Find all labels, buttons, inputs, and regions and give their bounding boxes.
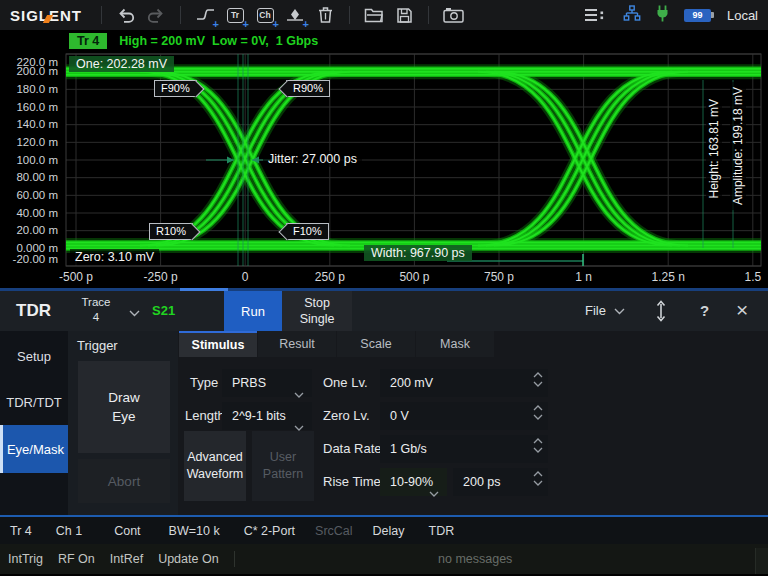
message-bar-divider	[234, 551, 235, 567]
tab-result[interactable]: Result	[258, 331, 336, 357]
decrement-icon[interactable]	[533, 414, 543, 420]
fall-90-marker: F90%	[154, 80, 197, 97]
redo-icon[interactable]	[141, 2, 171, 28]
siglent-logo: SIGLENT	[10, 7, 82, 24]
run-button[interactable]: Run	[224, 291, 282, 331]
x-tick-label: -250 p	[144, 270, 178, 284]
length-label: Length	[185, 402, 225, 430]
status-calibration: C* 2-Port	[244, 524, 295, 538]
rise-time-input[interactable]: 200 ps	[453, 468, 548, 496]
save-icon[interactable]	[389, 2, 419, 28]
x-tick-label: 250 p	[315, 270, 345, 284]
resize-panel-icon[interactable]	[655, 300, 667, 326]
add-trace-window-icon[interactable]: Tr +	[220, 2, 250, 28]
screenshot-icon[interactable]	[438, 2, 468, 28]
width-annotation: Width: 967.90 ps	[364, 245, 472, 261]
plus-badge: +	[213, 19, 219, 29]
y-tick-label: 180.0 m	[0, 83, 58, 95]
mode-label[interactable]: Local	[727, 8, 758, 23]
type-dropdown[interactable]: PRBS	[222, 369, 312, 397]
y-tick-label: 40.00 m	[0, 207, 58, 219]
stimulus-section: Stimulus Result Scale Mask Type PRBS One…	[178, 331, 768, 515]
toolbar-divider	[101, 6, 102, 24]
s-parameter-label: S21	[152, 291, 175, 331]
y-tick-label: 140.0 m	[0, 118, 58, 130]
tdr-panel: TDR Trace 4 S21 Run Stop Single File ? ×…	[0, 291, 768, 517]
help-button[interactable]: ?	[700, 291, 709, 331]
sidebar-item-tdr-tdt[interactable]: TDR/TDT	[0, 379, 68, 425]
fall-10-marker: F10%	[286, 223, 329, 240]
rise-time-range-dropdown[interactable]: 10-90%	[380, 468, 447, 496]
status-channel: Ch 1	[56, 524, 82, 538]
y-tick-label: 200.0 m	[0, 65, 58, 77]
y-tick-label: 80.00 m	[0, 171, 58, 183]
x-tick-label: 500 p	[399, 270, 429, 284]
one-level-label: One Lv.	[323, 369, 368, 397]
decrement-icon[interactable]	[533, 381, 543, 387]
single-label: Single	[282, 311, 352, 327]
trace-selector[interactable]: Trace 4	[66, 295, 126, 325]
trace-badge[interactable]: Tr 4	[69, 33, 107, 49]
toolbar-divider	[428, 6, 429, 24]
status-srccal: SrcCal	[315, 524, 353, 538]
message-bar: IntTrig RF On IntRef Update On no messag…	[0, 544, 768, 574]
top-toolbar: SIGLENT + Tr + Ch + +	[0, 0, 768, 30]
ch-box: Ch	[257, 8, 274, 23]
file-menu[interactable]: File	[585, 291, 625, 331]
data-rate-input[interactable]: 1 Gb/s	[380, 435, 548, 463]
lan-icon	[623, 5, 641, 26]
pattern-label: Pattern	[252, 466, 314, 483]
increment-icon[interactable]	[533, 405, 543, 411]
close-panel-button[interactable]: ×	[736, 291, 748, 329]
draw-eye-button[interactable]: Draw Eye	[78, 361, 170, 453]
open-folder-icon[interactable]	[359, 2, 389, 28]
add-channel-window-icon[interactable]: Ch +	[250, 2, 280, 28]
trace-selector-value: 4	[66, 310, 126, 325]
decrement-icon[interactable]	[533, 480, 543, 486]
y-tick-label: 20.00 m	[0, 224, 58, 236]
tab-mask[interactable]: Mask	[416, 331, 494, 357]
trigger-title: Trigger	[77, 338, 118, 353]
sidebar-item-setup[interactable]: Setup	[0, 333, 68, 379]
status-trace: Tr 4	[10, 524, 32, 538]
height-annotation: Height: 163.81 mV	[706, 94, 722, 203]
status-int-ref: IntRef	[110, 552, 143, 566]
user-pattern-button[interactable]: User Pattern	[252, 431, 314, 501]
sidebar-item-eye-mask[interactable]: Eye/Mask	[0, 425, 68, 473]
increment-icon[interactable]	[533, 471, 543, 477]
plus-badge: +	[303, 19, 309, 29]
decrement-icon[interactable]	[533, 447, 543, 453]
increment-icon[interactable]	[533, 372, 543, 378]
jitter-annotation: Jitter: 27.000 ps	[263, 151, 362, 167]
plus-badge: +	[243, 19, 249, 29]
panel-sidebar: Setup TDR/TDT Eye/Mask	[0, 331, 68, 515]
increment-icon[interactable]	[533, 438, 543, 444]
status-update-on: Update On	[158, 552, 218, 566]
trash-icon[interactable]	[310, 2, 340, 28]
tab-scale[interactable]: Scale	[337, 331, 415, 357]
menu-icon[interactable]	[579, 2, 609, 28]
instrument-screen: SIGLENT + Tr + Ch + +	[0, 0, 768, 576]
x-axis: -500 p-250 p0250 p500 p750 p1 n1.25 n1.5…	[0, 268, 768, 288]
status-continuous: Cont	[114, 524, 140, 538]
stop-single-button[interactable]: Stop Single	[282, 291, 352, 331]
tab-stimulus[interactable]: Stimulus	[179, 331, 257, 357]
stop-label: Stop	[282, 295, 352, 311]
one-level-input[interactable]: 200 mV	[380, 369, 548, 397]
advanced-waveform-button[interactable]: Advanced Waveform	[184, 431, 246, 501]
chevron-down-icon	[429, 479, 439, 507]
plus-badge: +	[273, 19, 279, 29]
rise-time-label: Rise Time	[323, 468, 381, 496]
length-dropdown[interactable]: 2^9-1 bits	[222, 402, 312, 430]
add-marker-icon[interactable]: +	[280, 2, 310, 28]
type-value: PRBS	[232, 376, 266, 390]
type-label: Type	[190, 369, 218, 397]
zero-level-input[interactable]: 0 V	[380, 402, 548, 430]
rise-10-marker: R10%	[149, 223, 193, 240]
undo-icon[interactable]	[111, 2, 141, 28]
status-rf-on: RF On	[58, 552, 95, 566]
add-step-response-icon[interactable]: +	[190, 2, 220, 28]
abort-button[interactable]: Abort	[78, 459, 170, 503]
y-tick-label: 160.0 m	[0, 101, 58, 113]
user-label: User	[252, 449, 314, 466]
